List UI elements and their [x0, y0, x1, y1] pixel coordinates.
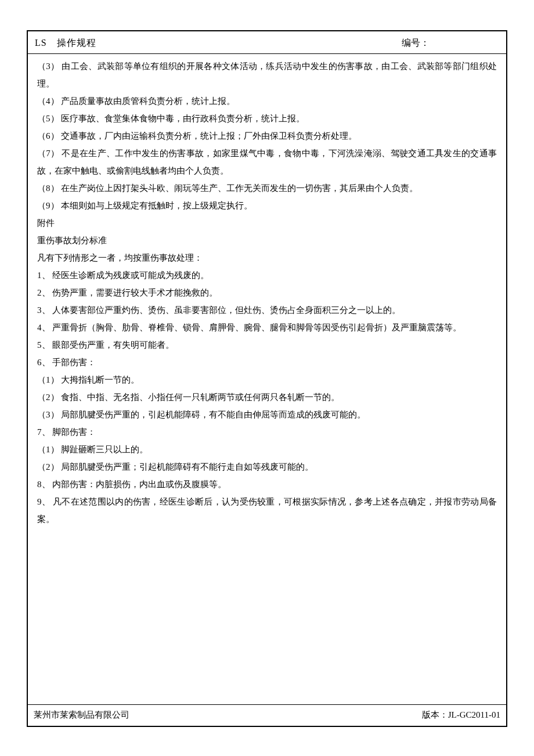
- page-footer: 莱州市莱索制品有限公司 版本：JL-GC2011-01: [28, 704, 506, 726]
- document-body: （3） 由工会、武装部等单位有组织的开展各种文体活动，练兵活动中发生的伤害事故，…: [28, 54, 506, 528]
- paragraph: （1） 脚趾砸断三只以上的。: [37, 441, 497, 458]
- footer-version: 版本：JL-GC2011-01: [422, 706, 500, 723]
- page-frame: LS 操作规程 编号： （3） 由工会、武装部等单位有组织的开展各种文体活动，练…: [27, 30, 507, 727]
- paragraph: （5） 医疗事故、食堂集体食物中毒，由行政科负责分析，统计上报。: [37, 110, 497, 127]
- paragraph: 4、 严重骨折（胸骨、肋骨、脊椎骨、锁骨、肩胛骨、腕骨、腿骨和脚骨等因受伤引起骨…: [37, 319, 497, 336]
- paragraph: （8） 在生产岗位上因打架头斗欧、闹玩等生产、工作无关而发生的一切伤害，其后果由…: [37, 179, 497, 197]
- paragraph: 7、 脚部伤害：: [37, 423, 497, 441]
- paragraph: （3） 局部肌腱受伤严重的，引起机能障碍，有不能自由伸屈等而造成的残废可能的。: [37, 406, 497, 423]
- paragraph: （6） 交通事故，厂内由运输科负责分析，统计上报；厂外由保卫科负责分析处理。: [37, 127, 497, 145]
- paragraph: （3） 由工会、武装部等单位有组织的开展各种文体活动，练兵活动中发生的伤害事故，…: [37, 57, 497, 92]
- header-number-label: 编号：: [402, 34, 499, 52]
- paragraph: 2、 伤势严重，需要进行较大手术才能挽救的。: [37, 284, 497, 301]
- page-header: LS 操作规程 编号：: [28, 31, 506, 54]
- paragraph: 5、 眼部受伤严重，有失明可能者。: [37, 336, 497, 354]
- paragraph: 6、 手部伤害：: [37, 354, 497, 371]
- paragraph: （2） 食指、中指、无名指、小指任何一只轧断两节或任何两只各轧断一节的。: [37, 388, 497, 406]
- footer-company: 莱州市莱索制品有限公司: [34, 706, 129, 723]
- paragraph: （7） 不是在生产、工作中发生的伤害事故，如家里煤气中毒，食物中毒，下河洗澡淹溺…: [37, 145, 497, 179]
- paragraph: 附件: [37, 214, 497, 232]
- paragraph: （1） 大拇指轧断一节的。: [37, 371, 497, 388]
- header-title: LS 操作规程: [35, 34, 96, 52]
- paragraph: 3、 人体要害部位严重灼伤、烫伤、虽非要害部位，但灶伤、烫伤占全身面积三分之一以…: [37, 301, 497, 319]
- paragraph: （4） 产品质量事故由质管科负责分析，统计上报。: [37, 92, 497, 110]
- paragraph: 9、 凡不在述范围以内的伤害，经医生诊断后，认为受伤较重，可根据实际情况，参考上…: [37, 493, 497, 528]
- paragraph: 1、 经医生诊断成为残废或可能成为残废的。: [37, 267, 497, 284]
- paragraph: （9） 本细则如与上级规定有抵触时，按上级规定执行。: [37, 197, 497, 214]
- paragraph: 凡有下列情形之一者，均按重伤事故处理：: [37, 249, 497, 267]
- paragraph: （2） 局部肌腱受伤严重；引起机能障碍有不能行走自如等残废可能的。: [37, 458, 497, 476]
- paragraph: 重伤事故划分标准: [37, 232, 497, 249]
- paragraph: 8、 内部伤害：内脏损伤，内出血或伤及腹膜等。: [37, 476, 497, 493]
